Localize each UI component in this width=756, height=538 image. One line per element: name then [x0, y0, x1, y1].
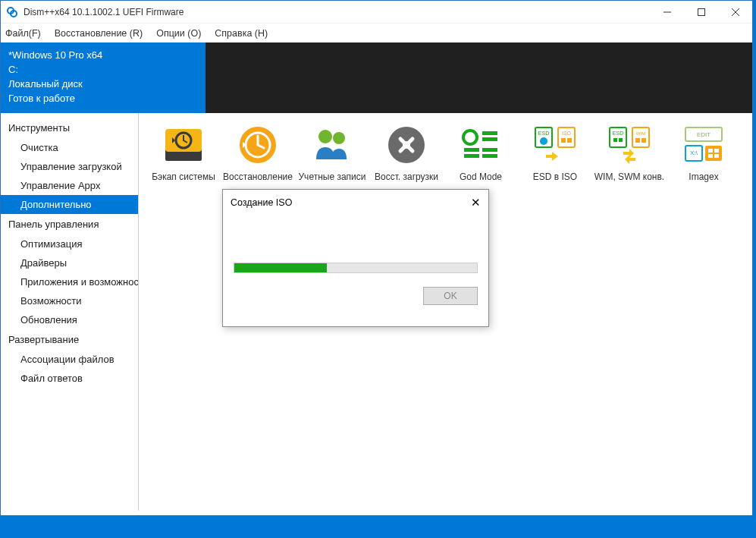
- tool-label: ESD в ISO: [518, 171, 592, 182]
- close-button[interactable]: [718, 1, 752, 24]
- window-title: Dism++x64 10.1.1002.1 UEFI Firmware: [24, 7, 650, 17]
- svg-rect-35: [635, 138, 640, 143]
- dialog-button-row: OK: [223, 273, 488, 313]
- svg-rect-33: [632, 127, 649, 147]
- svg-point-24: [540, 137, 547, 145]
- main-panel: Бэкап системы Восстановление Учетные зап…: [139, 113, 752, 511]
- esd-iso-icon: ESDISO: [532, 124, 578, 165]
- svg-text:ESD: ESD: [613, 131, 623, 136]
- header-dark-strip: [205, 42, 752, 116]
- sidebar-head-control: Панель управления: [1, 214, 138, 234]
- svg-text:ISO: ISO: [562, 131, 572, 136]
- sidebar-item-cleanup[interactable]: Очистка: [1, 138, 138, 157]
- tool-label: Учетные записи: [295, 171, 369, 182]
- tool-label: Imagex: [667, 171, 741, 182]
- menu-options[interactable]: Опции (O): [156, 28, 201, 39]
- create-iso-dialog: Создание ISO ✕ OK: [222, 189, 489, 327]
- svg-text:ESD: ESD: [538, 131, 549, 136]
- svg-text:WIM: WIM: [636, 131, 645, 136]
- tool-imagex[interactable]: EDITX:\ Imagex: [667, 124, 741, 182]
- svg-rect-20: [482, 148, 497, 152]
- app-window: Dism++x64 10.1.1002.1 UEFI Firmware Файл…: [0, 0, 753, 516]
- minimize-button[interactable]: [650, 1, 684, 24]
- svg-point-12: [333, 132, 345, 144]
- accounts-icon: [309, 124, 355, 165]
- svg-rect-3: [698, 8, 704, 15]
- sidebar-item-apps-features[interactable]: Приложения и возможности: [1, 272, 138, 291]
- sidebar-item-advanced[interactable]: Дополнительно: [1, 195, 138, 214]
- progress-bar: [234, 263, 478, 273]
- menubar: Файл(F) Восстановление (R) Опции (O) Спр…: [1, 24, 752, 42]
- backup-icon: [161, 124, 206, 165]
- content-area: Инструменты Очистка Управление загрузкой…: [1, 112, 752, 511]
- sidebar-item-drivers[interactable]: Драйверы: [1, 253, 138, 272]
- svg-rect-17: [482, 137, 497, 141]
- restore-icon: [235, 124, 281, 165]
- svg-point-14: [403, 141, 410, 149]
- sidebar-head-deploy: Развертывание: [1, 329, 138, 350]
- tool-label: WIM, SWM конв.: [592, 171, 667, 182]
- svg-text:X:\: X:\: [690, 149, 698, 156]
- svg-rect-44: [708, 154, 713, 158]
- menu-recover[interactable]: Восстановление (R): [55, 28, 143, 39]
- taskbar: [0, 516, 756, 538]
- tool-grid: Бэкап системы Восстановление Учетные зап…: [146, 124, 745, 199]
- tool-esd-iso[interactable]: ESDISO ESD в ISO: [518, 124, 592, 182]
- svg-rect-43: [714, 149, 719, 153]
- god-mode-icon: [458, 124, 503, 165]
- svg-rect-28: [567, 138, 572, 143]
- sidebar-item-updates[interactable]: Обновления: [1, 310, 138, 329]
- svg-rect-41: [705, 146, 722, 161]
- svg-rect-31: [613, 138, 617, 142]
- sidebar-item-appx[interactable]: Управление Appx: [1, 176, 138, 195]
- progress-fill: [234, 263, 327, 272]
- sidebar: Инструменты Очистка Управление загрузкой…: [1, 113, 139, 511]
- tool-restore[interactable]: Восстановление: [221, 124, 295, 182]
- tool-label: God Mode: [444, 171, 518, 182]
- tool-god-mode[interactable]: God Mode: [444, 124, 518, 182]
- menu-file[interactable]: Файл(F): [5, 28, 41, 39]
- titlebar: Dism++x64 10.1.1002.1 UEFI Firmware: [1, 1, 752, 24]
- tool-backup[interactable]: Бэкап системы: [146, 124, 221, 182]
- tool-wim-swm[interactable]: ESDWIM WIM, SWM конв.: [592, 124, 667, 182]
- svg-point-11: [318, 130, 332, 143]
- svg-point-15: [463, 131, 477, 144]
- wim-swm-icon: ESDWIM: [607, 124, 652, 165]
- dialog-ok-button[interactable]: OK: [423, 287, 478, 305]
- svg-rect-42: [708, 149, 713, 153]
- tool-label: Бэкап системы: [146, 171, 221, 182]
- sidebar-head-tools: Инструменты: [1, 118, 138, 138]
- svg-rect-19: [464, 154, 479, 158]
- svg-rect-18: [464, 148, 479, 152]
- tool-accounts[interactable]: Учетные записи: [295, 124, 369, 182]
- dialog-title: Создание ISO: [231, 197, 292, 208]
- dialog-titlebar: Создание ISO ✕: [223, 190, 488, 216]
- menu-help[interactable]: Справка (H): [215, 28, 268, 39]
- tool-boot-repair[interactable]: Восст. загрузки: [369, 124, 444, 182]
- svg-rect-32: [619, 138, 623, 142]
- svg-rect-21: [482, 154, 497, 158]
- svg-rect-16: [482, 131, 497, 135]
- window-controls: [650, 1, 752, 24]
- dialog-close-button[interactable]: ✕: [471, 196, 481, 209]
- tool-label: Восстановление: [221, 171, 295, 182]
- svg-rect-36: [642, 138, 646, 143]
- boot-repair-icon: [384, 124, 429, 165]
- sidebar-item-answer-file[interactable]: Файл ответов: [1, 369, 138, 388]
- sidebar-item-file-assoc[interactable]: Ассоциации файлов: [1, 350, 138, 369]
- tool-label: Восст. загрузки: [369, 171, 444, 182]
- svg-rect-45: [714, 154, 719, 158]
- sidebar-item-optimize[interactable]: Оптимизация: [1, 234, 138, 253]
- svg-text:EDIT: EDIT: [697, 131, 711, 138]
- app-icon: [5, 5, 19, 19]
- svg-rect-27: [561, 138, 566, 143]
- imagex-icon: EDITX:\: [681, 124, 726, 165]
- sidebar-item-boot-manage[interactable]: Управление загрузкой: [1, 157, 138, 176]
- maximize-button[interactable]: [684, 1, 718, 24]
- sidebar-item-features[interactable]: Возможности: [1, 291, 138, 310]
